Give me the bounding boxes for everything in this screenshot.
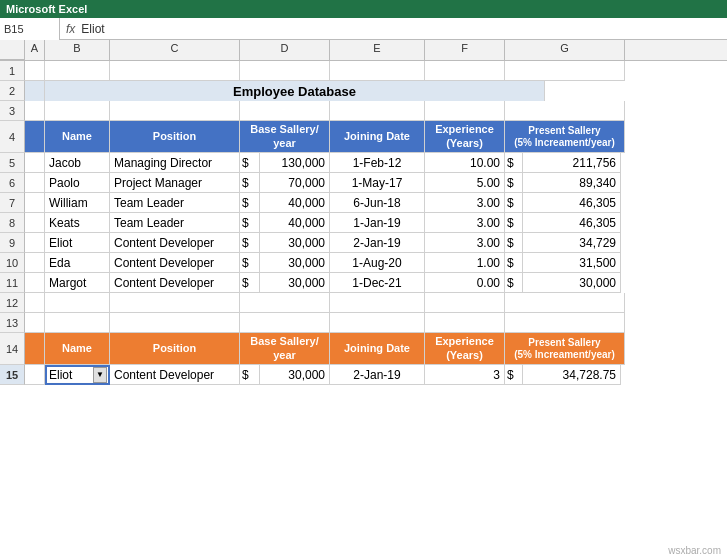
cell-b9-name[interactable]: Eliot xyxy=(45,233,110,253)
cell-f11-exp[interactable]: 0.00 xyxy=(425,273,505,293)
cell-d11-salary[interactable]: 30,000 xyxy=(260,273,330,293)
cell-a10[interactable] xyxy=(25,253,45,273)
cell-d6-salary[interactable]: 70,000 xyxy=(260,173,330,193)
cell-g11-dollar[interactable]: $ xyxy=(505,273,523,293)
cell-d9-salary[interactable]: 30,000 xyxy=(260,233,330,253)
cell-b8-name[interactable]: Keats xyxy=(45,213,110,233)
cell-d9-dollar[interactable]: $ xyxy=(240,233,260,253)
cell-d13[interactable] xyxy=(240,313,330,333)
cell-a9[interactable] xyxy=(25,233,45,253)
cell-g10-dollar[interactable]: $ xyxy=(505,253,523,273)
cell-f8-exp[interactable]: 3.00 xyxy=(425,213,505,233)
cell-a13[interactable] xyxy=(25,313,45,333)
cell-c3[interactable] xyxy=(110,101,240,121)
cell-f15-exp[interactable]: 3 xyxy=(425,365,505,385)
cell-g1[interactable] xyxy=(505,61,625,81)
cell-f10-exp[interactable]: 1.00 xyxy=(425,253,505,273)
cell-d11-dollar[interactable]: $ xyxy=(240,273,260,293)
col-header-d[interactable]: D xyxy=(240,40,330,60)
col-header-a[interactable]: A xyxy=(25,40,45,60)
cell-d5-dollar[interactable]: $ xyxy=(240,153,260,173)
cell-f7-exp[interactable]: 3.00 xyxy=(425,193,505,213)
cell-d3[interactable] xyxy=(240,101,330,121)
cell-e8-joining[interactable]: 1-Jan-19 xyxy=(330,213,425,233)
cell-d12[interactable] xyxy=(240,293,330,313)
cell-f1[interactable] xyxy=(425,61,505,81)
cell-c5-pos[interactable]: Managing Director xyxy=(110,153,240,173)
dropdown-arrow-icon[interactable]: ▼ xyxy=(93,367,107,383)
col-header-e[interactable]: E xyxy=(330,40,425,60)
cell-d8-salary[interactable]: 40,000 xyxy=(260,213,330,233)
cell-e7-joining[interactable]: 6-Jun-18 xyxy=(330,193,425,213)
cell-a11[interactable] xyxy=(25,273,45,293)
cell-d15-salary[interactable]: 30,000 xyxy=(260,365,330,385)
cell-d5-salary[interactable]: 130,000 xyxy=(260,153,330,173)
cell-c9-pos[interactable]: Content Developer xyxy=(110,233,240,253)
cell-b3[interactable] xyxy=(45,101,110,121)
cell-c6-pos[interactable]: Project Manager xyxy=(110,173,240,193)
cell-e3[interactable] xyxy=(330,101,425,121)
cell-c7-pos[interactable]: Team Leader xyxy=(110,193,240,213)
cell-a6[interactable] xyxy=(25,173,45,193)
cell-g8-present[interactable]: 46,305 xyxy=(523,213,621,233)
cell-e5-joining[interactable]: 1-Feb-12 xyxy=(330,153,425,173)
cell-g6-present[interactable]: 89,340 xyxy=(523,173,621,193)
cell-b7-name[interactable]: William xyxy=(45,193,110,213)
cell-d6-dollar[interactable]: $ xyxy=(240,173,260,193)
cell-a8[interactable] xyxy=(25,213,45,233)
cell-b6-name[interactable]: Paolo xyxy=(45,173,110,193)
cell-d8-dollar[interactable]: $ xyxy=(240,213,260,233)
cell-b15-dropdown[interactable]: Eliot ▼ Jacob Paolo William Keats Eliot … xyxy=(45,365,110,385)
cell-e13[interactable] xyxy=(330,313,425,333)
cell-b12[interactable] xyxy=(45,293,110,313)
cell-e9-joining[interactable]: 2-Jan-19 xyxy=(330,233,425,253)
cell-f3[interactable] xyxy=(425,101,505,121)
cell-a15[interactable] xyxy=(25,365,45,385)
cell-e12[interactable] xyxy=(330,293,425,313)
cell-c15-pos[interactable]: Content Developer xyxy=(110,365,240,385)
cell-g5-dollar[interactable]: $ xyxy=(505,153,523,173)
cell-b11-name[interactable]: Margot xyxy=(45,273,110,293)
cell-c13[interactable] xyxy=(110,313,240,333)
cell-c8-pos[interactable]: Team Leader xyxy=(110,213,240,233)
cell-b5-name[interactable]: Jacob xyxy=(45,153,110,173)
cell-g15-present[interactable]: 34,728.75 xyxy=(523,365,621,385)
cell-d10-dollar[interactable]: $ xyxy=(240,253,260,273)
cell-g15-dollar[interactable]: $ xyxy=(505,365,523,385)
cell-e6-joining[interactable]: 1-May-17 xyxy=(330,173,425,193)
cell-f6-exp[interactable]: 5.00 xyxy=(425,173,505,193)
cell-a5[interactable] xyxy=(25,153,45,173)
cell-g8-dollar[interactable]: $ xyxy=(505,213,523,233)
cell-a2[interactable] xyxy=(25,81,45,103)
cell-b1[interactable] xyxy=(45,61,110,81)
col-header-b[interactable]: B xyxy=(45,40,110,60)
col-header-c[interactable]: C xyxy=(110,40,240,60)
cell-f13[interactable] xyxy=(425,313,505,333)
cell-g6-dollar[interactable]: $ xyxy=(505,173,523,193)
cell-e1[interactable] xyxy=(330,61,425,81)
cell-c10-pos[interactable]: Content Developer xyxy=(110,253,240,273)
cell-f5-exp[interactable]: 10.00 xyxy=(425,153,505,173)
cell-c11-pos[interactable]: Content Developer xyxy=(110,273,240,293)
cell-d10-salary[interactable]: 30,000 xyxy=(260,253,330,273)
cell-g10-present[interactable]: 31,500 xyxy=(523,253,621,273)
cell-f9-exp[interactable]: 3.00 xyxy=(425,233,505,253)
cell-a12[interactable] xyxy=(25,293,45,313)
cell-b10-name[interactable]: Eda xyxy=(45,253,110,273)
cell-d7-dollar[interactable]: $ xyxy=(240,193,260,213)
col-header-f[interactable]: F xyxy=(425,40,505,60)
cell-d1[interactable] xyxy=(240,61,330,81)
cell-g7-dollar[interactable]: $ xyxy=(505,193,523,213)
cell-g5-present[interactable]: 211,756 xyxy=(523,153,621,173)
cell-e11-joining[interactable]: 1-Dec-21 xyxy=(330,273,425,293)
cell-a1[interactable] xyxy=(25,61,45,81)
cell-e15-joining[interactable]: 2-Jan-19 xyxy=(330,365,425,385)
cell-g12[interactable] xyxy=(505,293,625,313)
col-header-g[interactable]: G xyxy=(505,40,625,60)
cell-c1[interactable] xyxy=(110,61,240,81)
cell-a7[interactable] xyxy=(25,193,45,213)
cell-f12[interactable] xyxy=(425,293,505,313)
name-box[interactable]: B15 xyxy=(0,18,60,40)
cell-g9-present[interactable]: 34,729 xyxy=(523,233,621,253)
cell-g7-present[interactable]: 46,305 xyxy=(523,193,621,213)
